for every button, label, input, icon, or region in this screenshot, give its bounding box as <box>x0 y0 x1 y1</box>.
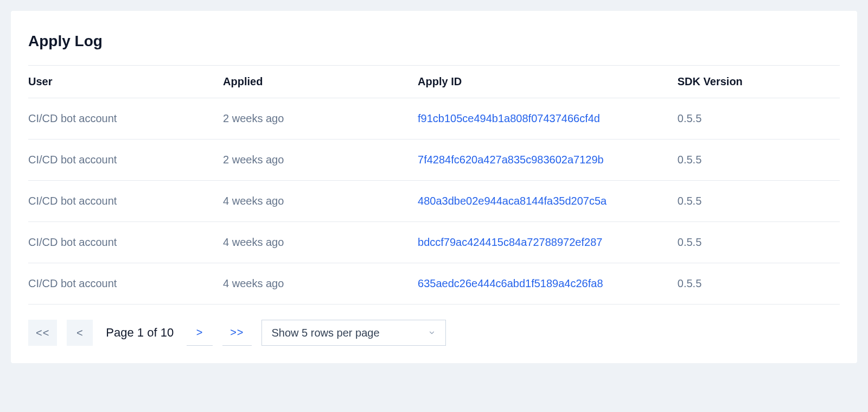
page-status: Page 1 of 10 <box>103 326 177 340</box>
table-row: CI/CD bot account 2 weeks ago 7f4284fc62… <box>28 140 840 181</box>
column-header-sdk-version: SDK Version <box>678 66 840 98</box>
table-row: CI/CD bot account 2 weeks ago f91cb105ce… <box>28 98 840 140</box>
cell-apply-id-link[interactable]: 635aedc26e444c6abd1f5189a4c26fa8 <box>418 263 678 305</box>
apply-log-table: User Applied Apply ID SDK Version CI/CD … <box>28 65 840 305</box>
cell-applied: 4 weeks ago <box>223 181 418 222</box>
cell-user: CI/CD bot account <box>28 98 223 140</box>
table-row: CI/CD bot account 4 weeks ago 635aedc26e… <box>28 263 840 305</box>
chevron-down-icon <box>428 327 436 339</box>
cell-applied: 2 weeks ago <box>223 140 418 181</box>
page-title: Apply Log <box>28 33 840 50</box>
cell-user: CI/CD bot account <box>28 263 223 305</box>
next-page-button[interactable]: > <box>187 320 213 346</box>
prev-page-button[interactable]: < <box>67 320 93 346</box>
cell-applied: 2 weeks ago <box>223 98 418 140</box>
cell-applied: 4 weeks ago <box>223 222 418 263</box>
first-page-button[interactable]: << <box>28 320 57 346</box>
table-header-row: User Applied Apply ID SDK Version <box>28 66 840 98</box>
cell-user: CI/CD bot account <box>28 222 223 263</box>
rows-per-page-label: Show 5 rows per page <box>272 327 380 339</box>
column-header-applied: Applied <box>223 66 418 98</box>
cell-apply-id-link[interactable]: bdccf79ac424415c84a72788972ef287 <box>418 222 678 263</box>
table-row: CI/CD bot account 4 weeks ago 480a3dbe02… <box>28 181 840 222</box>
apply-log-card: Apply Log User Applied Apply ID SDK Vers… <box>11 11 857 363</box>
cell-sdk-version: 0.5.5 <box>678 263 840 305</box>
cell-apply-id-link[interactable]: 7f4284fc620a427a835c983602a7129b <box>418 140 678 181</box>
cell-apply-id-link[interactable]: 480a3dbe02e944aca8144fa35d207c5a <box>418 181 678 222</box>
column-header-user: User <box>28 66 223 98</box>
pagination: << < Page 1 of 10 > >> Show 5 rows per p… <box>28 320 840 346</box>
column-header-apply-id: Apply ID <box>418 66 678 98</box>
table-row: CI/CD bot account 4 weeks ago bdccf79ac4… <box>28 222 840 263</box>
cell-user: CI/CD bot account <box>28 181 223 222</box>
last-page-button[interactable]: >> <box>222 320 251 346</box>
cell-applied: 4 weeks ago <box>223 263 418 305</box>
cell-sdk-version: 0.5.5 <box>678 222 840 263</box>
cell-user: CI/CD bot account <box>28 140 223 181</box>
cell-apply-id-link[interactable]: f91cb105ce494b1a808f07437466cf4d <box>418 98 678 140</box>
rows-per-page-select[interactable]: Show 5 rows per page <box>261 320 446 346</box>
cell-sdk-version: 0.5.5 <box>678 98 840 140</box>
cell-sdk-version: 0.5.5 <box>678 140 840 181</box>
cell-sdk-version: 0.5.5 <box>678 181 840 222</box>
